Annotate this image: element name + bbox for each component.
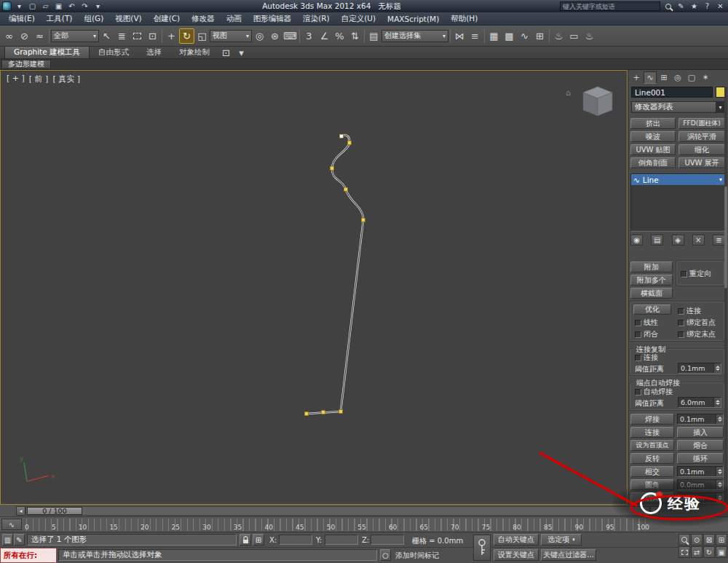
configure-modifier-sets-icon[interactable]: ≣: [713, 235, 725, 245]
cp-tab-motion-icon[interactable]: ◎: [671, 71, 684, 84]
cp-tab-create-icon[interactable]: +: [630, 71, 643, 84]
bind-first-checkbox[interactable]: 绑定首点: [678, 318, 716, 328]
previous-frame-icon[interactable]: ◂: [16, 506, 25, 516]
auto-key-button[interactable]: 自动关键点: [494, 534, 539, 546]
favorites-star-icon[interactable]: ★: [689, 1, 700, 11]
align-icon[interactable]: ≡: [467, 28, 483, 44]
help-icon[interactable]: ?: [702, 1, 713, 11]
bind-to-space-warp-icon[interactable]: ≈: [32, 28, 47, 44]
cp-tab-modify-icon[interactable]: ∿: [644, 71, 657, 84]
layer-manager-icon[interactable]: ▦: [486, 28, 502, 44]
zoom-all-icon[interactable]: ⊙: [691, 534, 703, 546]
rectangular-selection-region-icon[interactable]: [130, 28, 145, 44]
selected-mode-dropdown[interactable]: 选定项▾: [541, 534, 582, 546]
select-and-scale-icon[interactable]: ◱: [194, 28, 210, 44]
maxscript-listener-icon[interactable]: ✎: [14, 534, 25, 546]
schematic-view-icon[interactable]: ⊞: [532, 28, 547, 44]
use-pivot-center-icon[interactable]: ◎: [252, 28, 267, 44]
y-coord-input[interactable]: [325, 535, 358, 545]
spinner-arrows-icon[interactable]: [716, 467, 723, 476]
ribbon-tab-object-paint[interactable]: 对象绘制: [170, 47, 218, 58]
reference-coordinate-dropdown[interactable]: 视图▾: [210, 30, 252, 42]
set-keys-toggle-button[interactable]: [473, 535, 491, 561]
time-slider-handle[interactable]: 0 / 100: [27, 507, 82, 515]
attach-button[interactable]: 附加: [630, 261, 673, 272]
orbit-icon[interactable]: ↻: [703, 546, 715, 558]
select-and-link-icon[interactable]: ∞: [1, 28, 17, 44]
menu-rendering[interactable]: 渲染(R): [297, 14, 336, 24]
weld-button[interactable]: 焊接: [630, 414, 674, 425]
linear-checkbox[interactable]: 线性: [635, 318, 658, 328]
zoom-extents-all-icon[interactable]: ⊞: [716, 534, 727, 546]
ribbon-options-icon[interactable]: ⊡: [218, 47, 234, 58]
modifier-tessellate-button[interactable]: 细化: [678, 144, 725, 155]
make-first-button[interactable]: 设为首顶点: [630, 440, 674, 451]
menu-create[interactable]: 创建(C): [148, 14, 186, 24]
ribbon-tab-graphite[interactable]: Graphite 建模工具: [4, 46, 90, 58]
select-by-name-icon[interactable]: ≣: [114, 28, 130, 44]
undo-icon[interactable]: ↶: [66, 1, 77, 11]
open-file-icon[interactable]: ▱: [40, 1, 51, 11]
viewport-front[interactable]: [ + ] [ 前 ] [ 真实 ] ⌂ x y: [0, 70, 628, 505]
modifier-turbosmooth-button[interactable]: 涡轮平滑: [678, 131, 725, 142]
cp-tab-hierarchy-icon[interactable]: ⊞: [657, 71, 670, 84]
menu-animation[interactable]: 动画: [221, 14, 248, 24]
reorient-checkbox[interactable]: 重定向: [681, 269, 711, 279]
spline-object[interactable]: [1, 71, 628, 505]
rendered-frame-window-icon[interactable]: ▭: [566, 28, 582, 44]
zoom-extents-icon[interactable]: ⊠: [703, 534, 715, 546]
attach-multiple-button[interactable]: 附加多个: [630, 275, 673, 286]
object-name-field[interactable]: Line001: [631, 87, 713, 98]
remove-modifier-icon[interactable]: ×: [692, 235, 705, 245]
snap-toggle-3d-icon[interactable]: 3: [301, 28, 317, 44]
select-and-move-icon[interactable]: +: [164, 28, 179, 44]
show-end-result-icon[interactable]: ▤: [651, 235, 663, 245]
select-and-rotate-icon[interactable]: ↻: [179, 28, 194, 44]
search-input[interactable]: [560, 1, 660, 11]
modifier-ffd-cylinder-button[interactable]: FFD(圆柱体): [678, 118, 725, 129]
window-crossing-icon[interactable]: ⊡: [145, 28, 160, 44]
spinner-arrows-icon[interactable]: [713, 363, 721, 373]
insert-button[interactable]: 插入: [677, 427, 724, 438]
make-unique-icon[interactable]: ◈: [672, 235, 684, 245]
modifier-bevel-profile-button[interactable]: 倒角剖面: [630, 157, 676, 168]
cross-insert-spinner[interactable]: 0.1mm: [677, 466, 724, 477]
time-tag-clock-icon[interactable]: ○: [380, 549, 391, 561]
modifier-list-dropdown[interactable]: 修改器列表 ▾: [631, 101, 726, 113]
refine-button[interactable]: 优化: [633, 304, 671, 315]
graphite-ribbon-toggle-icon[interactable]: ▩: [502, 28, 517, 44]
curve-editor-icon[interactable]: ∿: [517, 28, 532, 44]
key-filters-button[interactable]: 关键点过滤器...: [541, 549, 596, 561]
select-object-icon[interactable]: ↖: [99, 28, 114, 44]
x-coord-input[interactable]: [279, 535, 312, 545]
angle-snap-icon[interactable]: ∠: [317, 28, 332, 44]
zoom-icon[interactable]: [678, 534, 690, 546]
panel-scrollbar[interactable]: [724, 87, 727, 500]
connect-copy-threshold-spinner[interactable]: 0.1mm: [678, 363, 721, 374]
ribbon-minimize-icon[interactable]: ▾: [234, 47, 249, 58]
modifier-stack-list[interactable]: ∿ Line ▾: [630, 173, 725, 232]
ribbon-tab-polygon-modeling[interactable]: 多边形建模: [1, 60, 51, 69]
cp-tab-display-icon[interactable]: ▢: [685, 71, 698, 84]
set-key-button[interactable]: 设置关键点: [494, 549, 539, 561]
menu-group[interactable]: 组(G): [78, 14, 109, 24]
cross-insert-button[interactable]: 相交: [630, 466, 674, 477]
unlink-selection-icon[interactable]: ⊘: [17, 28, 32, 44]
mirror-icon[interactable]: ⋈: [452, 28, 467, 44]
edit-named-selection-sets-icon[interactable]: ▤: [366, 28, 381, 44]
search-icon[interactable]: [662, 1, 673, 11]
refine-connect-checkbox[interactable]: 连接: [678, 306, 701, 316]
zoom-region-icon[interactable]: [678, 546, 690, 558]
maxscript-mini-listener[interactable]: 所有在行:: [0, 548, 57, 563]
z-coord-input[interactable]: [371, 535, 404, 545]
connect-copy-checkbox[interactable]: 连接: [635, 353, 658, 363]
menu-modifiers[interactable]: 修改器: [186, 14, 221, 24]
reverse-button[interactable]: 反转: [630, 453, 674, 464]
time-slider-track[interactable]: 0 / 100: [25, 506, 650, 516]
save-file-icon[interactable]: ▣: [53, 1, 64, 11]
auto-weld-checkbox[interactable]: 自动焊接: [635, 387, 673, 397]
selection-lock-icon[interactable]: [240, 534, 251, 546]
cycle-button[interactable]: 循环: [677, 453, 724, 464]
connect-button[interactable]: 连接: [630, 427, 674, 438]
pin-stack-icon[interactable]: ◉: [630, 235, 643, 245]
